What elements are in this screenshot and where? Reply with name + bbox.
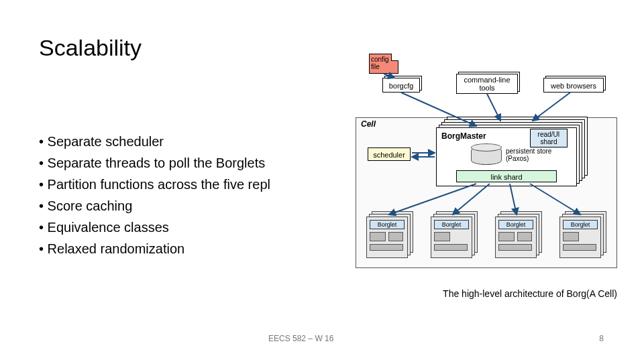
machine-group: Borglet [559,211,606,258]
borglet-box: Borglet [370,220,405,229]
browsers-box: web browsers [543,78,604,93]
footer-page: 8 [599,334,604,343]
footer-course: EECS 582 – W 16 [268,334,333,343]
machine-group: Borglet [431,211,478,258]
borgmaster-label: BorgMaster [441,131,486,141]
read-ui-box: read/UI shard [530,129,568,147]
borglet-box: Borglet [434,220,469,229]
bullet-item: • Equivalence classes [39,217,270,238]
cell-label: Cell [361,119,376,129]
persistent-label: persistent store (Paxos) [506,147,551,162]
diagram-caption: The high-level architecture of Borg(A Ce… [443,288,617,299]
bullet-item: • Separate scheduler [39,131,270,152]
bullet-item: • Partition functions across the five re… [39,174,270,195]
architecture-diagram: config file borgcfg command-line tools w… [342,54,624,282]
machine-group: Borglet [495,211,542,258]
bullet-list: • Separate scheduler • Separate threads … [39,131,270,259]
borglet-box: Borglet [563,220,598,229]
borglet-box: Borglet [498,220,533,229]
slide-title: Scalability [39,35,142,61]
bullet-item: • Relaxed randomization [39,238,270,259]
borgcfg-box: borgcfg [382,78,420,93]
cmdline-box: command-line tools [456,74,518,94]
machine-group: Borglet [366,211,413,258]
scheduler-box: scheduler [368,147,411,161]
config-file-icon: config file [369,54,398,74]
link-shard-box: link shard [456,170,557,182]
paxos-cylinder-icon [471,146,502,165]
bullet-item: • Score caching [39,195,270,217]
bullet-item: • Separate threads to poll the Borglets [39,152,270,174]
